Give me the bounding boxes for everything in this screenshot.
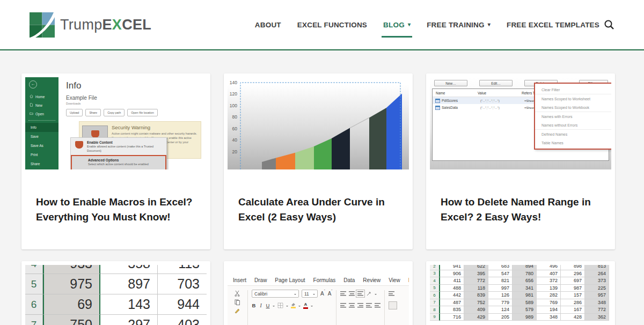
backstage-title: Info (66, 80, 202, 91)
post-title[interactable]: How to Enable Macros in Excel? Everythin… (21, 173, 210, 225)
post-card-ribbon[interactable]: InsertDrawPage LayoutFormulasDataReviewV… (224, 261, 413, 325)
sheet-cell: 769 (537, 299, 561, 307)
backstage-item-home: Home (25, 92, 58, 101)
post-thumbnail-enable-macros[interactable]: ← HomeNewOpen InfoSaveSave AsPrintShare … (25, 77, 207, 169)
sheet-cell: 358 (100, 265, 158, 274)
post-thumbnail-spreadsheet-left[interactable]: 493335811359758977036691439447750297403 (25, 265, 207, 325)
backstage-item-info: Info (25, 123, 58, 132)
sheet-cell: 898 (561, 265, 585, 270)
post-card-spreadsheet-left[interactable]: 493335811359758977036691439447750297403 (21, 261, 210, 325)
sheet-cell: 750 (43, 315, 100, 325)
sheet-cell: 264 (585, 270, 609, 278)
search-button[interactable] (604, 19, 614, 30)
copy-icon (235, 299, 240, 305)
align-center-icon (349, 303, 355, 308)
nav-item-free-excel-templates[interactable]: FREE EXCEL TEMPLATES (507, 21, 599, 29)
backstage-button-upload: Upload (66, 109, 83, 116)
cut-icon (235, 290, 240, 297)
chevron-down-icon (273, 306, 275, 308)
shield-icon (91, 130, 99, 138)
post-thumbnail-area-chart[interactable]: 14012010080604020 (228, 77, 409, 169)
align-bottom-icon (357, 291, 363, 296)
sheet-cell: 772 (464, 277, 488, 285)
backstage-item-save: Save (25, 132, 58, 141)
group-divider (384, 290, 385, 325)
sheet-row: 6442839126981282157957 (430, 292, 611, 299)
sheet-cell: 488 (440, 285, 464, 292)
named-range-name: SalesData (442, 106, 480, 109)
shrink-font-icon: Aˇ (328, 291, 333, 297)
post-thumbnail-name-manager[interactable]: New…Edit…DeleteFilter▾ NameValueRefers T… (430, 77, 611, 169)
sheet-cell: 286 (561, 299, 585, 307)
active-tab-underline (382, 36, 412, 38)
increase-indent-icon (375, 303, 380, 308)
sheet-cell: 589 (513, 299, 537, 307)
filter-dropdown-menu: Clear FilterNames Scoped to WorksheetNam… (534, 83, 611, 150)
chevron-down-icon (375, 294, 377, 296)
align-right-icon (357, 303, 363, 308)
post-title[interactable]: How to Delete Named Range in Excel? 2 Ea… (426, 173, 615, 225)
post-title[interactable]: Calculate Area Under Curve in Excel (2 E… (224, 173, 413, 225)
post-card-area-under-curve[interactable]: 14012010080604020 Calculate Area Under C… (224, 73, 413, 249)
back-icon: ← (29, 80, 37, 88)
name-manager-button-new: New… (434, 80, 467, 86)
column-header-value: Value (478, 91, 522, 95)
main-nav: ABOUTEXCEL FUNCTIONSBLOG▾FREE TRAINING▾F… (255, 21, 599, 29)
sheet-row: 5488118997341139987225 (430, 285, 611, 292)
sheet-cell: 941 (440, 265, 464, 270)
sheet-cell: 906 (440, 270, 464, 278)
sheet-cell: 752 (464, 299, 488, 307)
backstage-button-share: Share (85, 109, 101, 116)
ribbon-tab-page-layout: Page Layout (275, 277, 305, 285)
sheet-row: 3906395547780407296264 (430, 270, 611, 278)
site-header: TrumpEXCEL ABOUTEXCEL FUNCTIONSBLOG▾FREE… (0, 0, 644, 50)
file-name: Example File (66, 95, 202, 101)
row-header: 3 (430, 270, 440, 278)
sheet-cell: 821 (488, 277, 513, 285)
sheet-cell: 139 (537, 285, 561, 292)
sheet-cell: 362 (585, 314, 609, 321)
sheet-cell: 944 (158, 294, 207, 315)
sheet-cell: 395 (464, 270, 488, 278)
font-color-icon: A (303, 302, 308, 309)
sheet-cell: 579 (513, 306, 537, 314)
post-thumbnail-ribbon[interactable]: InsertDrawPage LayoutFormulasDataReviewV… (228, 265, 409, 325)
row-header: 4 (25, 265, 43, 274)
sheet-cell: 547 (488, 270, 513, 278)
named-range-value: {"...","...","..."} (480, 99, 524, 102)
ribbon-tab-data: Data (343, 277, 355, 285)
align-middle-icon (349, 291, 355, 296)
format-painter-icon (235, 308, 240, 314)
nav-item-excel-functions[interactable]: EXCEL FUNCTIONS (297, 21, 367, 29)
chevron-down-icon (294, 294, 296, 296)
logo-icon (30, 12, 55, 38)
nav-item-blog[interactable]: BLOG▾ (383, 21, 411, 29)
named-range-value: {"...","...","..."} (480, 106, 524, 109)
filter-menu-item-defined-names: Defined Names (535, 130, 611, 138)
post-card-enable-macros[interactable]: ← HomeNewOpen InfoSaveSave AsPrintShare … (21, 73, 210, 249)
row-header: 6 (430, 292, 440, 299)
search-icon (604, 19, 614, 30)
menu-item-enable-content: Enable Content Enable allowed active con… (71, 138, 166, 155)
row-header: 9 (430, 314, 440, 321)
menu-item-advanced-options: Advanced Options Select which active con… (71, 155, 166, 169)
excel-ribbon: Calibri 11 Aˆ Aˇ B I U A (228, 285, 409, 325)
post-thumbnail-spreadsheet-right[interactable]: 2941622683894496898813390639554778040729… (430, 265, 611, 325)
sheet-cell: 124 (488, 306, 513, 314)
open-folder-icon (30, 112, 33, 116)
nav-item-free-training[interactable]: FREE TRAINING▾ (427, 21, 491, 29)
ribbon-tab-insert: Insert (233, 277, 246, 285)
sheet-cell: 839 (464, 292, 488, 299)
filter-menu-item-clear-filter: Clear Filter (535, 85, 611, 94)
logo-text: TrumpEXCEL (60, 17, 151, 33)
area-chart: 14012010080604020 (228, 77, 409, 169)
clipboard-group (231, 289, 244, 325)
post-card-delete-named-range[interactable]: New…Edit…DeleteFilter▾ NameValueRefers T… (426, 73, 615, 249)
sheet-cell: 225 (585, 285, 609, 292)
svg-text:60: 60 (232, 126, 238, 131)
post-card-spreadsheet-right[interactable]: 2941622683894496898813390639554778040729… (426, 261, 615, 325)
underline-button: U (266, 302, 270, 308)
site-logo[interactable]: TrumpEXCEL (30, 12, 151, 38)
sheet-cell: 957 (585, 292, 609, 299)
nav-item-about[interactable]: ABOUT (255, 21, 281, 29)
